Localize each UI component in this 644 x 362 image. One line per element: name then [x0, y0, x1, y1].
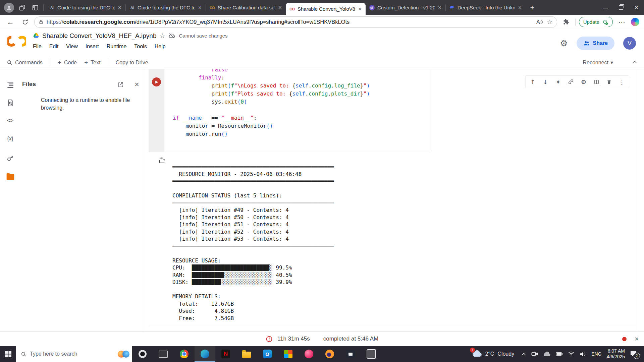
colab-logo[interactable] [7, 35, 26, 49]
star-notebook-icon[interactable]: ☆ [159, 32, 165, 40]
onedrive-icon[interactable] [543, 352, 551, 357]
tray-chevron-up-icon[interactable] [521, 352, 526, 357]
cannot-save-cloud-icon [168, 32, 175, 39]
screen: ΛIGuide to using the DFC to×ΛIGuide to u… [0, 0, 644, 362]
tab-close-icon[interactable]: × [358, 6, 362, 12]
taskbar-weather[interactable]: 1 2°CCloudy [472, 350, 514, 358]
secrets-key-icon[interactable] [0, 155, 20, 163]
gemini-spark-icon[interactable]: ✦ [552, 76, 565, 87]
taskbar-app-netflix[interactable] [215, 346, 236, 362]
tab-close-icon[interactable]: × [518, 5, 522, 10]
refresh-icon[interactable] [19, 16, 31, 28]
menu-edit[interactable]: Edit [49, 44, 59, 50]
browser-profile-avatar[interactable] [4, 3, 14, 13]
taskbar-app-outlook[interactable] [257, 346, 278, 362]
notebook-title[interactable]: Sharable Convert_YoloV8_HEF_A.ipynb [42, 32, 156, 40]
restore-button[interactable] [613, 0, 629, 15]
meet-now-icon[interactable] [531, 351, 538, 357]
settings-gear-icon[interactable]: ⚙ [560, 38, 568, 48]
start-button[interactable] [0, 346, 16, 362]
browser-tab[interactable]: DeepSeek - Into the Unkn× [446, 0, 526, 15]
search-highlights-icon[interactable] [118, 351, 129, 358]
cell-output-icon[interactable] [159, 157, 166, 165]
share-button[interactable]: Share [577, 37, 614, 50]
taskbar-app-edge[interactable] [195, 346, 215, 362]
collapse-sections-icon[interactable] [632, 59, 637, 66]
close-execution-bar-icon[interactable]: × [635, 335, 639, 343]
taskbar-app-darkapp[interactable] [340, 346, 361, 362]
taskbar-app-whiteapp[interactable] [361, 346, 382, 362]
taskbar-app-pink[interactable] [299, 346, 319, 362]
taskbar-app-grid[interactable] [278, 346, 299, 362]
variables-icon[interactable]: {x} [0, 136, 20, 142]
battery-icon[interactable] [556, 352, 563, 356]
favorite-star-icon[interactable]: ☆ [547, 18, 553, 26]
action-center-icon[interactable]: 2 [630, 350, 637, 358]
taskbar-search-box[interactable]: Type here to search [16, 346, 132, 362]
mirror-cell-icon[interactable] [590, 76, 603, 87]
address-bar[interactable]: https://colab.research.google.com/drive/… [34, 16, 557, 28]
code-line: print(f"Plots saved to: {self.config.plo… [173, 90, 431, 98]
delete-cell-icon[interactable] [603, 76, 615, 87]
menu-help[interactable]: Help [155, 44, 166, 50]
menu-runtime[interactable]: Runtime [107, 44, 127, 50]
browser-tab[interactable]: ΛIGuide to using the DFC to× [126, 0, 206, 15]
browser-tab[interactable]: ΛIGuide to using the DFC to× [46, 0, 125, 15]
tab-close-icon[interactable]: × [198, 5, 202, 10]
cell-settings-icon[interactable]: ⚙ [577, 76, 590, 87]
add-code-button[interactable]: +Code [58, 59, 77, 66]
browser-tab[interactable]: COSharable Convert_YoloV8_× [286, 3, 366, 15]
reconnect-button[interactable]: Reconnect ▾ [583, 59, 613, 66]
move-cell-up-icon[interactable]: ↑ [526, 76, 539, 87]
taskbar-app-opera[interactable] [132, 346, 153, 362]
code-editor[interactable]: ▶ raise finally: print(f"\nLogs saved to… [149, 69, 431, 152]
table-of-contents-icon[interactable] [0, 80, 20, 88]
tab-close-icon[interactable]: × [278, 5, 282, 10]
code-snippets-icon[interactable]: <> [0, 117, 20, 124]
copy-to-drive-button[interactable]: Copy to Drive [116, 60, 148, 66]
menu-view[interactable]: View [66, 44, 77, 50]
find-replace-icon[interactable] [0, 99, 20, 107]
menu-insert[interactable]: Insert [86, 44, 99, 50]
commands-button[interactable]: Commands [7, 60, 43, 66]
taskbar-app-chrome[interactable] [174, 346, 195, 362]
add-text-button[interactable]: +Text [84, 59, 100, 66]
vertical-tabs-icon[interactable] [30, 3, 40, 13]
open-files-new-tab-icon[interactable] [117, 81, 124, 89]
read-aloud-icon[interactable]: A [536, 19, 543, 25]
taskbar-app-widget[interactable] [153, 346, 174, 362]
move-cell-down-icon[interactable]: ↓ [539, 76, 552, 87]
save-status[interactable]: Cannot save changes [179, 33, 228, 39]
close-button[interactable]: × [629, 0, 644, 15]
copilot-icon[interactable] [631, 18, 639, 26]
language-indicator[interactable]: ENG [591, 351, 601, 357]
tab-close-icon[interactable]: × [117, 5, 122, 10]
output-line: DISK: █████████░░░░░░░░░░░░░░░░ 39.9% [172, 279, 334, 286]
files-folder-icon[interactable] [0, 173, 20, 180]
back-icon[interactable]: ← [5, 16, 16, 28]
extensions-puzzle-icon[interactable] [560, 16, 572, 28]
wifi-icon[interactable] [568, 351, 575, 357]
minimize-button[interactable]: — [598, 0, 613, 15]
menu-file[interactable]: File [33, 44, 42, 50]
browser-tab[interactable]: COShare Calibration data set× [206, 0, 286, 15]
workspaces-icon[interactable] [17, 3, 27, 13]
run-cell-button[interactable]: ▶ [152, 77, 161, 86]
tab-close-icon[interactable]: × [437, 5, 442, 10]
close-panel-icon[interactable]: × [135, 80, 139, 89]
user-avatar[interactable]: V [623, 37, 636, 50]
menu-tools[interactable]: Tools [134, 44, 147, 50]
taskbar-app-firefox[interactable] [319, 346, 340, 362]
more-options-icon[interactable]: ⋯ [616, 16, 628, 28]
taskbar-clock[interactable]: 8:07 AM 4/6/2025 [607, 348, 625, 360]
volume-icon[interactable] [580, 351, 586, 357]
taskbar-app-explorer[interactable] [236, 346, 257, 362]
copy-link-icon[interactable] [565, 76, 577, 87]
browser-tab[interactable]: @Custom_Detection - v1 20× [366, 0, 445, 15]
browser-update-button[interactable]: Update [579, 17, 613, 27]
window-controls: — × [598, 0, 644, 15]
notebook-scrollbar[interactable] [638, 69, 638, 331]
weather-temp: 2°C [485, 351, 494, 357]
new-tab-button[interactable]: + [527, 2, 538, 13]
more-options-icon[interactable]: ⋮ [615, 76, 628, 87]
